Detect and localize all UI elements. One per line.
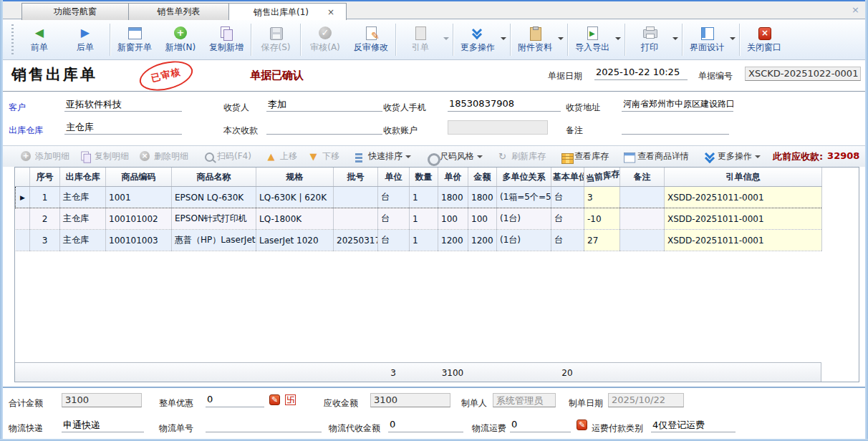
- gear-icon: [425, 150, 437, 163]
- doc-no-field: XSCKD-20251022-0001: [745, 67, 861, 81]
- express-field[interactable]: 申通快递: [62, 419, 144, 432]
- dropdown-caret-icon[interactable]: [615, 37, 621, 43]
- prior-receivable-label: 此前应收款:: [773, 150, 823, 163]
- freight-type-field[interactable]: 4仅登记运费: [651, 419, 736, 432]
- copy-detail-button[interactable]: 复制明细: [74, 150, 134, 163]
- print-button[interactable]: 打印: [627, 20, 672, 59]
- add-detail-button[interactable]: + 添加明细: [15, 150, 74, 163]
- view-stock-button[interactable]: 查看库存: [554, 150, 614, 163]
- address-label: 收货地址: [566, 102, 600, 114]
- doc-date-field[interactable]: 2025-10-22 10:25: [594, 67, 688, 80]
- toolbar-separator: [300, 24, 301, 56]
- scan-code-button[interactable]: 扫码(F4): [197, 150, 256, 163]
- summary-amount: 3100: [438, 363, 468, 382]
- freight-label: 物流运费: [472, 422, 506, 435]
- address-field[interactable]: 河南省郑州市中原区建设路口: [622, 98, 733, 112]
- copy-new-button[interactable]: 复制新增: [203, 20, 249, 59]
- view-product-detail-button[interactable]: 查看商品详情: [617, 150, 694, 163]
- import-export-icon: ▶: [584, 25, 600, 41]
- tracking-no-label: 物流单号: [159, 422, 193, 435]
- phone-field[interactable]: 18530837908: [448, 98, 561, 112]
- tab-sales-outbound[interactable]: 销售出库单(1) ×: [229, 3, 347, 20]
- dropdown-caret-icon[interactable]: [443, 37, 449, 43]
- summary-row: 3 3100 20: [15, 362, 821, 382]
- approve-button[interactable]: ✓ 审核(A): [302, 20, 348, 59]
- discount-edit-icon[interactable]: ✎: [269, 394, 280, 405]
- cod-amount-field[interactable]: 0: [388, 419, 463, 432]
- close-window-button[interactable]: × 关闭窗口: [741, 20, 787, 59]
- attachments-button[interactable]: 附件资料: [512, 20, 558, 59]
- total-amount-label: 合计金额: [9, 397, 43, 410]
- window-border-right: [865, 0, 868, 441]
- unapprove-edit-button[interactable]: ✎ 反审修改: [348, 20, 394, 59]
- dropdown-caret-icon: [405, 155, 411, 161]
- toolbar-separator: [395, 24, 396, 56]
- approved-stamp: 已审核: [137, 56, 196, 95]
- arrow-down-icon: ▼: [307, 150, 319, 163]
- size-style-button[interactable]: 尺码风格: [420, 150, 488, 163]
- edit-pencil-icon: ✎: [363, 25, 379, 41]
- tab-close-icon[interactable]: ×: [327, 8, 334, 16]
- receiver-field[interactable]: 李加: [266, 98, 382, 112]
- tracking-no-field[interactable]: [206, 419, 322, 432]
- new-window-order-button[interactable]: 新窗开单: [112, 20, 158, 59]
- prior-receivable-value: 32908: [827, 150, 859, 163]
- make-date-label: 制单日期: [569, 397, 603, 410]
- payment-field[interactable]: [266, 121, 382, 135]
- pull-order-button[interactable]: 引单: [397, 20, 443, 59]
- warehouse-field[interactable]: 主仓库: [64, 121, 182, 135]
- tab-nav-window[interactable]: 功能导航窗: [21, 3, 129, 20]
- dropdown-caret-icon[interactable]: [672, 37, 678, 43]
- remark-field[interactable]: [622, 121, 729, 135]
- dropdown-caret-icon[interactable]: [730, 37, 736, 43]
- ui-design-button[interactable]: 界面设计: [684, 20, 730, 59]
- tab-label: 销售出库单(1): [254, 4, 309, 20]
- next-doc-button[interactable]: ▶ 后单: [62, 20, 108, 59]
- delete-detail-button[interactable]: × 删除明细: [134, 150, 193, 163]
- customer-field[interactable]: 亚拓软件科技: [64, 98, 182, 112]
- discount-seal-icon[interactable]: 卐: [285, 394, 296, 405]
- table-row[interactable]: 2 主仓库 100101002 EPSON针式打印机 LQ-1800K 台 1 …: [16, 208, 822, 230]
- save-button[interactable]: 保存(S): [253, 20, 299, 59]
- summary-stock: 20: [551, 363, 584, 382]
- doc-no-label: 单据编号: [698, 70, 733, 82]
- maker-field: 系统管理员: [493, 393, 556, 407]
- table-row[interactable]: 3 主仓库 100101003 惠普（HP）LaserJet LaserJet …: [16, 230, 822, 251]
- toolbar-separator: [682, 24, 683, 56]
- maker-label: 制单人: [461, 397, 487, 410]
- tab-bar: 功能导航窗 销售单列表 销售出库单(1) × ×: [0, 0, 868, 19]
- doc-date-label: 单据日期: [548, 70, 582, 82]
- detail-more-actions-button[interactable]: 更多操作: [698, 150, 766, 163]
- tab-sales-order-list[interactable]: 销售单列表: [129, 3, 229, 20]
- customer-label[interactable]: 客户: [9, 102, 26, 114]
- toolbar-separator: [625, 24, 625, 56]
- dropdown-caret-icon[interactable]: [501, 37, 506, 43]
- close-window-icon: ×: [756, 25, 772, 41]
- detail-window-icon: [622, 150, 635, 163]
- freight-edit-icon[interactable]: ✎: [577, 420, 587, 430]
- prior-receivable: 此前应收款: 32908: [773, 150, 859, 163]
- prev-doc-button[interactable]: ◀ 前单: [16, 20, 62, 59]
- page-title: 销售出库单: [11, 64, 97, 84]
- approve-check-icon: ✓: [317, 25, 333, 41]
- detail-toolbar: + 添加明细 复制明细 × 删除明细 扫码(F4) ▲ 上移 ▼ 下移 快速排序: [3, 145, 865, 167]
- discount-field[interactable]: 0: [206, 394, 264, 407]
- refresh-stock-button[interactable]: ↻ 刷新库存: [491, 150, 551, 163]
- make-date-field: 2025/10/22: [608, 393, 684, 407]
- quick-sort-button[interactable]: 快速排序: [348, 150, 416, 163]
- add-icon: +: [20, 150, 32, 163]
- move-down-button[interactable]: ▼ 下移: [302, 150, 344, 163]
- table-row[interactable]: ▶ 1 主仓库 1001 EPSON LQ-630K LQ-630K | 620…: [16, 187, 822, 208]
- window-close-icon[interactable]: ×: [852, 4, 859, 15]
- new-window-icon: [127, 25, 143, 41]
- pull-order-icon: [413, 25, 428, 41]
- import-export-button[interactable]: ▶ 导入导出: [569, 20, 615, 59]
- more-actions-button[interactable]: 更多操作: [455, 20, 501, 59]
- move-up-button[interactable]: ▲ 上移: [260, 150, 302, 163]
- new-button[interactable]: + 新增(N): [158, 20, 203, 59]
- dropdown-caret-icon[interactable]: [558, 37, 564, 43]
- sort-icon: [353, 150, 365, 163]
- warehouse-label[interactable]: 出库仓库: [9, 125, 43, 137]
- detail-table: 序号 出库仓库 商品编码 商品名称 规格 批号 单位 数量 单价 金额 多单位关…: [15, 168, 822, 251]
- freight-field[interactable]: 0: [510, 419, 571, 432]
